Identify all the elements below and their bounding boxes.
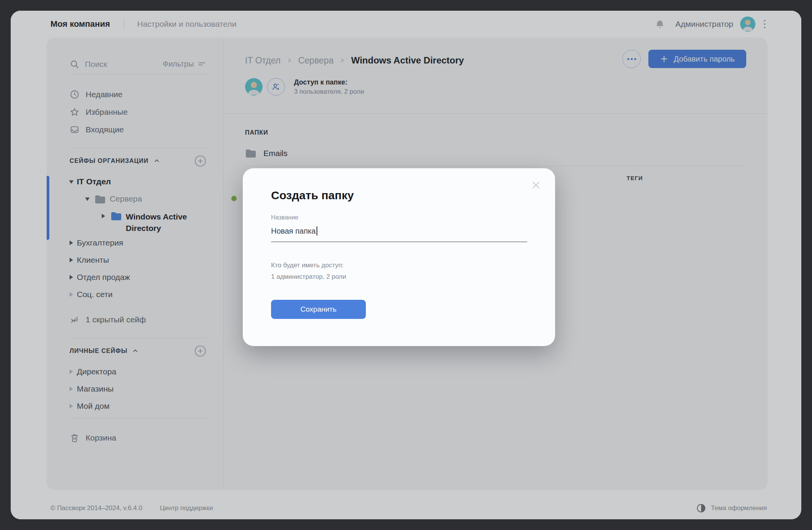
create-folder-modal: Создать папку Название Новая папка Кто б…: [243, 168, 555, 346]
name-field-label: Название: [271, 214, 299, 221]
close-icon[interactable]: [530, 179, 542, 191]
name-input[interactable]: Новая папка: [271, 226, 527, 242]
name-input-value: Новая папка: [271, 227, 316, 235]
modal-access-label: Кто будет иметь доступ:: [271, 262, 344, 269]
modal-title: Создать папку: [271, 189, 354, 202]
save-button[interactable]: Сохранить: [271, 300, 366, 319]
modal-access-value: 1 администратор, 2 роли: [271, 273, 346, 281]
text-caret: [317, 226, 317, 236]
save-button-label: Сохранить: [300, 305, 336, 314]
app-screenshot: Моя компания Настройки и пользователи Ад…: [0, 0, 812, 530]
